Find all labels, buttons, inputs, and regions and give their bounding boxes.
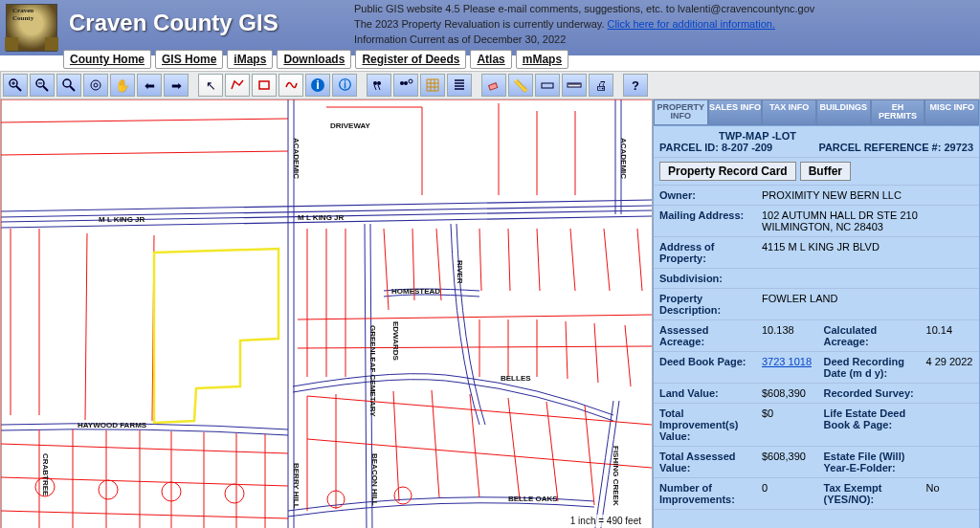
nav-county-home[interactable]: County Home <box>63 50 151 69</box>
app-title: Craven County GIS <box>69 10 278 36</box>
svg-text:EDWARDS: EDWARDS <box>391 321 400 362</box>
pointer-icon[interactable]: ↖ <box>198 74 223 97</box>
deed-book-link[interactable]: 3723 1018 <box>762 356 812 367</box>
svg-point-9 <box>91 80 100 90</box>
svg-text:HOMESTEAD: HOMESTEAD <box>391 287 440 296</box>
svg-rect-11 <box>259 81 269 89</box>
svg-text:HAYWOOD FARMS: HAYWOOD FARMS <box>78 421 147 429</box>
svg-point-23 <box>225 484 244 503</box>
buffer-button[interactable]: Buffer <box>800 162 851 181</box>
tab-buildings[interactable]: BUILDINGS <box>816 99 871 125</box>
tab-tax-info[interactable]: TAX INFO <box>762 99 816 125</box>
svg-text:BEACON HILL: BEACON HILL <box>370 453 379 506</box>
svg-line-1 <box>16 86 21 91</box>
zoom-window-icon[interactable]: ✋ <box>110 74 135 97</box>
svg-point-12 <box>373 81 377 85</box>
svg-point-7 <box>63 79 71 87</box>
svg-point-14 <box>400 81 404 85</box>
magnify-icon[interactable] <box>56 74 81 97</box>
svg-text:DRIVEWAY: DRIVEWAY <box>330 121 371 130</box>
selected-parcel-outline <box>154 249 278 423</box>
zoom-out-icon[interactable] <box>30 74 55 97</box>
tab-sales-info[interactable]: SALES INFO <box>708 99 763 125</box>
svg-text:CRABTREE: CRABTREE <box>41 453 50 496</box>
panel-tabs: PROPERTY INFO SALES INFO TAX INFO BUILDI… <box>654 99 979 126</box>
nav-register-deeds[interactable]: Register of Deeds <box>355 50 466 69</box>
svg-text:ACADEMIC: ACADEMIC <box>619 138 628 179</box>
info-icon[interactable]: ⓘ <box>332 74 357 97</box>
svg-rect-18 <box>542 83 553 88</box>
select-poly-icon[interactable] <box>225 74 250 97</box>
zoom-in-icon[interactable] <box>3 74 28 97</box>
svg-point-15 <box>404 81 408 85</box>
prev-extent-icon[interactable]: ⬅ <box>137 74 162 97</box>
layers-icon[interactable] <box>447 74 472 97</box>
select-rect-icon[interactable] <box>252 74 277 97</box>
notice-line-2: The 2023 Property Revaluation is current… <box>354 17 814 33</box>
svg-text:GREENLEAF CEMETARY: GREENLEAF CEMETARY <box>368 325 377 417</box>
tab-misc-info[interactable]: MISC INFO <box>924 99 979 125</box>
property-record-card-button[interactable]: Property Record Card <box>659 162 796 181</box>
header-banner: Craven County Craven County GIS Public G… <box>0 0 980 55</box>
nav-imaps[interactable]: iMaps <box>227 50 273 69</box>
svg-rect-17 <box>489 83 498 90</box>
svg-text:BELLES: BELLES <box>501 374 531 383</box>
svg-text:ACADEMIC: ACADEMIC <box>292 138 301 179</box>
svg-text:BERRY HILL: BERRY HILL <box>292 463 301 509</box>
notice-line-1: Public GIS website 4.5 Please e-mail com… <box>354 2 814 17</box>
next-extent-icon[interactable]: ➡ <box>164 74 189 97</box>
svg-point-21 <box>99 480 118 499</box>
parcel-id-row: TWP-MAP -LOT PARCEL ID: 8-207 -209 PARCE… <box>654 126 979 158</box>
find-adv-icon[interactable] <box>393 74 418 97</box>
revaluation-link[interactable]: Click here for additional information. <box>608 18 775 30</box>
nav-atlas[interactable]: Atlas <box>470 50 511 69</box>
grid-icon[interactable] <box>420 74 445 97</box>
svg-text:M L KING JR: M L KING JR <box>298 213 345 222</box>
measure-line-icon[interactable]: 📏 <box>508 74 533 97</box>
header-notices: Public GIS website 4.5 Please e-mail com… <box>354 2 814 48</box>
info-panel: PROPERTY INFO SALES INFO TAX INFO BUILDI… <box>653 99 980 528</box>
svg-text:RIVER: RIVER <box>456 260 464 284</box>
tab-eh-permits[interactable]: EH PERMITS <box>871 99 925 125</box>
svg-point-25 <box>394 487 412 504</box>
tab-property-info[interactable]: PROPERTY INFO <box>654 99 708 125</box>
svg-text:M L KING JR: M L KING JR <box>99 215 145 224</box>
map-scale-label: 1 inch = 490 feet <box>568 515 644 527</box>
svg-text:BELLE OAKS: BELLE OAKS <box>508 495 558 503</box>
print-icon[interactable]: 🖨 <box>589 74 613 97</box>
map-toolbar: ✋ ⬅ ➡ ↖ i ⓘ 📏 🖨 ? <box>0 71 980 99</box>
find-icon[interactable] <box>367 74 391 97</box>
svg-point-16 <box>409 79 412 83</box>
seal-label: Craven County <box>12 7 56 22</box>
nav-gis-home[interactable]: GIS Home <box>155 50 223 69</box>
notice-line-3: Information Current as of December 30, 2… <box>354 33 814 48</box>
select-freehand-icon[interactable] <box>278 74 303 97</box>
nav-mmaps[interactable]: mMaps <box>516 50 568 69</box>
map-canvas[interactable]: M L KING JR M L KING JR ACADEMIC DRIVEWA… <box>0 99 653 528</box>
identify-icon[interactable]: i <box>305 74 330 97</box>
svg-point-13 <box>377 81 381 85</box>
parcel-map-svg: M L KING JR M L KING JR ACADEMIC DRIVEWA… <box>1 99 652 528</box>
county-seal-icon: Craven County <box>6 4 57 52</box>
help-icon[interactable]: ? <box>623 74 648 97</box>
svg-point-10 <box>94 83 98 87</box>
nav-row: County Home GIS Home iMaps Downloads Reg… <box>63 50 568 69</box>
measure-area-icon[interactable] <box>535 74 560 97</box>
svg-text:FISHING CREEK: FISHING CREEK <box>612 446 620 506</box>
svg-line-5 <box>43 86 48 91</box>
zoom-extent-icon[interactable] <box>83 74 108 97</box>
svg-line-8 <box>70 86 75 91</box>
eraser-icon[interactable] <box>481 74 506 97</box>
property-info-table: Owner:PROXIMITY NEW BERN LLC Mailing Add… <box>654 186 979 510</box>
ruler-icon[interactable] <box>562 74 587 97</box>
nav-downloads[interactable]: Downloads <box>277 50 351 69</box>
